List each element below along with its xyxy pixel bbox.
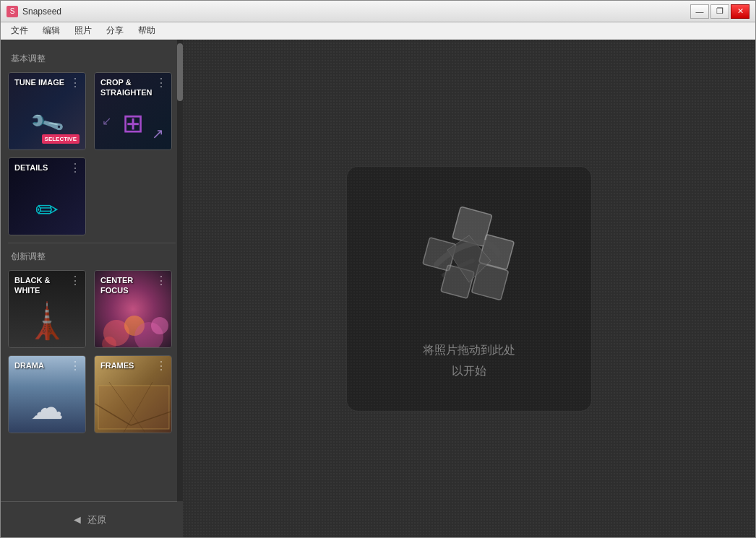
close-button[interactable]: ✕ bbox=[731, 4, 749, 19]
restore-label: 还原 bbox=[87, 513, 106, 526]
cf-corner-icon: ⋮ bbox=[155, 274, 167, 287]
section-basic-label: 基本调整 bbox=[11, 53, 173, 65]
app-icon: S bbox=[7, 6, 18, 17]
drama-label: DRAMA bbox=[14, 360, 44, 370]
sidebar-bottom: ◄ 还原 bbox=[1, 501, 177, 537]
svg-rect-5 bbox=[98, 386, 169, 429]
drop-text: 将照片拖动到此处 以开始 bbox=[423, 340, 515, 382]
bokeh-svg bbox=[95, 304, 172, 347]
crop-icon: ⊞ bbox=[122, 108, 144, 139]
bw-corner-icon: ⋮ bbox=[69, 274, 81, 287]
selective-badge: SELECTIVE bbox=[42, 134, 80, 144]
menu-file[interactable]: 文件 bbox=[4, 23, 35, 38]
details-label: DETAILS bbox=[14, 162, 48, 173]
details-corner-icon: ⋮ bbox=[69, 161, 81, 175]
scrollbar-thumb[interactable] bbox=[177, 43, 183, 101]
bw-label: BLACK &WHITE bbox=[14, 275, 51, 296]
restore-button[interactable]: ❐ bbox=[710, 4, 729, 19]
menu-help[interactable]: 帮助 bbox=[131, 23, 163, 38]
scrollbar-track bbox=[177, 40, 183, 501]
tool-card-details[interactable]: DETAILS ⋮ ✏ bbox=[8, 157, 86, 235]
content-area[interactable]: 将照片拖动到此处 以开始 bbox=[183, 40, 755, 537]
drop-text-line2: 以开始 bbox=[423, 361, 515, 382]
cf-label: CENTERFOCUS bbox=[100, 275, 133, 296]
sidebar: 基本调整 TUNE IMAGE ⋮ 🔧 SELECTIVE bbox=[1, 40, 183, 537]
menu-bar: 文件 编辑 照片 分享 帮助 bbox=[1, 22, 755, 40]
tool-card-frames[interactable]: FRAMES ⋮ bbox=[94, 355, 172, 433]
crop-label: CROP &STRAIGHTEN bbox=[100, 77, 153, 98]
creative-tools-row2: DRAMA ⋮ ☁ FRAMES ⋮ bbox=[8, 355, 176, 433]
sidebar-scroll[interactable]: 基本调整 TUNE IMAGE ⋮ 🔧 SELECTIVE bbox=[1, 40, 183, 537]
restore-button[interactable]: ◄ 还原 bbox=[60, 509, 118, 531]
tool-card-tune-image[interactable]: TUNE IMAGE ⋮ 🔧 SELECTIVE bbox=[8, 72, 86, 150]
menu-photo[interactable]: 照片 bbox=[67, 23, 99, 38]
frames-corner-icon: ⋮ bbox=[155, 359, 167, 373]
frames-svg bbox=[95, 382, 172, 433]
window-title: Snapseed bbox=[22, 6, 690, 17]
section-creative-label: 创新调整 bbox=[11, 251, 173, 263]
tool-card-drama[interactable]: DRAMA ⋮ ☁ bbox=[8, 355, 86, 433]
basic-tools-row2: DETAILS ⋮ ✏ bbox=[8, 157, 176, 235]
title-bar: S Snapseed — ❐ ✕ bbox=[1, 1, 755, 22]
straighten-arrows2: ↙ bbox=[102, 114, 111, 128]
tune-image-corner-icon: ⋮ bbox=[69, 76, 81, 90]
tool-card-crop[interactable]: CROP &STRAIGHTEN ⋮ ⊞ ↗ ↙ bbox=[94, 72, 172, 150]
tower-icon: 🗼 bbox=[25, 301, 69, 342]
window-controls: — ❐ ✕ bbox=[690, 4, 749, 19]
menu-edit[interactable]: 编辑 bbox=[35, 23, 67, 38]
menu-share[interactable]: 分享 bbox=[99, 23, 131, 38]
frames-label: FRAMES bbox=[100, 360, 134, 370]
svg-point-4 bbox=[151, 317, 168, 334]
creative-tools-row1: BLACK &WHITE ⋮ 🗼 CENTERFOCUS ⋮ bbox=[8, 270, 176, 348]
main-layout: 基本调整 TUNE IMAGE ⋮ 🔧 SELECTIVE bbox=[1, 40, 755, 537]
tool-card-center-focus[interactable]: CENTERFOCUS ⋮ bbox=[94, 270, 172, 348]
back-arrow-icon: ◄ bbox=[72, 513, 83, 526]
app-window: S Snapseed — ❐ ✕ 文件 编辑 照片 分享 帮助 基本调整 bbox=[0, 0, 756, 538]
cloud-icon: ☁ bbox=[30, 388, 64, 427]
drop-text-line1: 将照片拖动到此处 bbox=[423, 340, 515, 361]
drama-corner-icon: ⋮ bbox=[69, 359, 81, 373]
section-divider bbox=[8, 243, 176, 243]
straighten-arrows: ↗ bbox=[152, 125, 164, 142]
tool-card-bw[interactable]: BLACK &WHITE ⋮ 🗼 bbox=[8, 270, 86, 348]
pencil-icon: ✏ bbox=[35, 194, 59, 226]
minimize-button[interactable]: — bbox=[690, 4, 709, 19]
drop-zone[interactable]: 将照片拖动到此处 以开始 bbox=[346, 166, 592, 412]
basic-tools-row1: TUNE IMAGE ⋮ 🔧 SELECTIVE CROP &STRAIGHTE… bbox=[8, 72, 176, 150]
snapseed-logo bbox=[404, 196, 534, 326]
crop-corner-icon: ⋮ bbox=[155, 76, 167, 90]
tune-image-label: TUNE IMAGE bbox=[14, 77, 64, 87]
